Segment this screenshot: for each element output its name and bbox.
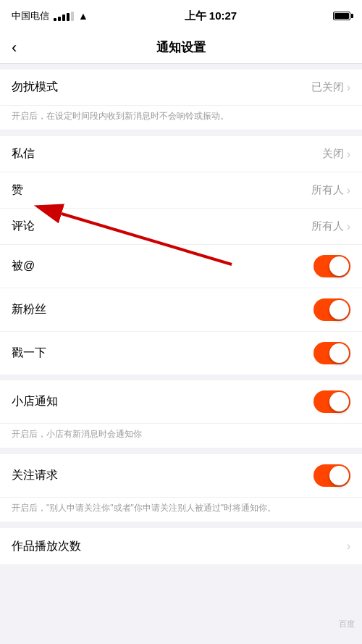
likes-chevron: › bbox=[347, 184, 350, 197]
row-comments[interactable]: 评论 所有人 › bbox=[0, 209, 362, 245]
new-fans-toggle[interactable] bbox=[313, 298, 350, 321]
at-mention-label: 被@ bbox=[12, 259, 35, 274]
row-new-fans: 新粉丝 bbox=[0, 288, 362, 332]
section-dnd: 勿扰模式 已关闭 › 开启后，在设定时间段内收到新消息时不会响铃或振动。 bbox=[0, 70, 362, 130]
shop-notice-toggle[interactable] bbox=[313, 390, 350, 413]
section-playcount: 作品播放次数 › bbox=[0, 528, 362, 564]
row-private-message[interactable]: 私信 关闭 › bbox=[0, 136, 362, 172]
new-fans-label: 新粉丝 bbox=[12, 302, 46, 317]
settings-content: 勿扰模式 已关闭 › 开启后，在设定时间段内收到新消息时不会响铃或振动。 私信 … bbox=[0, 64, 362, 564]
section-shop: 小店通知 开启后，小店有新消息时会通知你 bbox=[0, 380, 362, 448]
likes-value: 所有人 › bbox=[311, 183, 350, 197]
follow-hint: 开启后，"别人申请关注你"或者"你申请关注别人被通过"时将通知你。 bbox=[0, 498, 362, 522]
private-message-status: 关闭 bbox=[322, 147, 344, 161]
status-bar: 中国电信 ▲ 上午 10:27 bbox=[0, 0, 362, 32]
page-wrapper: 中国电信 ▲ 上午 10:27 ‹ 通知设置 勿扰模式 bbox=[0, 0, 362, 644]
challenge-label: 戳一下 bbox=[12, 346, 46, 361]
comments-label: 评论 bbox=[12, 219, 35, 234]
comments-value: 所有人 › bbox=[311, 219, 350, 233]
challenge-toggle[interactable] bbox=[313, 342, 350, 364]
dnd-chevron: › bbox=[347, 81, 350, 94]
shop-notice-label: 小店通知 bbox=[12, 394, 58, 409]
dnd-label: 勿扰模式 bbox=[12, 80, 58, 95]
play-count-chevron: › bbox=[347, 540, 350, 553]
signal-bar-2 bbox=[58, 17, 61, 21]
back-button[interactable]: ‹ bbox=[12, 38, 17, 57]
dnd-status: 已关闭 bbox=[311, 80, 344, 94]
row-at-mention: 被@ bbox=[0, 245, 362, 288]
shop-hint: 开启后，小店有新消息时会通知你 bbox=[0, 424, 362, 448]
signal-bar-1 bbox=[54, 18, 56, 21]
row-dnd-mode[interactable]: 勿扰模式 已关闭 › bbox=[0, 70, 362, 106]
private-message-value: 关闭 › bbox=[322, 147, 350, 161]
follow-request-toggle[interactable] bbox=[313, 464, 350, 487]
battery-icon bbox=[333, 12, 350, 20]
signal-bar-4 bbox=[67, 13, 70, 21]
signal-bar-3 bbox=[62, 14, 65, 21]
signal-bars bbox=[54, 12, 74, 21]
row-shop-notice: 小店通知 bbox=[0, 380, 362, 424]
dnd-hint: 开启后，在设定时间段内收到新消息时不会响铃或振动。 bbox=[0, 106, 362, 130]
likes-status: 所有人 bbox=[311, 183, 344, 197]
row-play-count[interactable]: 作品播放次数 › bbox=[0, 528, 362, 564]
likes-label: 赞 bbox=[12, 183, 23, 198]
dnd-value: 已关闭 › bbox=[311, 80, 350, 94]
play-count-label: 作品播放次数 bbox=[12, 539, 81, 554]
shop-notice-knob bbox=[329, 392, 349, 411]
watermark: 百度 bbox=[339, 619, 355, 630]
follow-request-knob bbox=[329, 466, 349, 485]
row-follow-request: 关注请求 bbox=[0, 454, 362, 498]
row-challenge: 戳一下 bbox=[0, 332, 362, 375]
page-title: 通知设置 bbox=[156, 39, 206, 56]
status-left: 中国电信 ▲ bbox=[12, 9, 88, 22]
status-time: 上午 10:27 bbox=[185, 9, 237, 23]
new-fans-knob bbox=[329, 300, 349, 319]
private-message-label: 私信 bbox=[12, 146, 35, 162]
private-message-chevron: › bbox=[347, 148, 350, 161]
nav-bar: ‹ 通知设置 bbox=[0, 32, 362, 64]
at-mention-knob bbox=[329, 256, 349, 276]
section-interactions: 私信 关闭 › 赞 所有人 › 评论 所有人 › bbox=[0, 136, 362, 375]
comments-status: 所有人 bbox=[311, 219, 344, 233]
comments-chevron: › bbox=[347, 220, 350, 233]
challenge-knob bbox=[329, 343, 349, 363]
play-count-value: › bbox=[347, 540, 350, 553]
signal-bar-5 bbox=[71, 12, 74, 21]
carrier-label: 中国电信 bbox=[12, 9, 49, 22]
section-follow: 关注请求 开启后，"别人申请关注你"或者"你申请关注别人被通过"时将通知你。 bbox=[0, 454, 362, 522]
wifi-icon: ▲ bbox=[78, 10, 88, 22]
at-mention-toggle[interactable] bbox=[313, 255, 350, 277]
follow-request-label: 关注请求 bbox=[12, 468, 58, 483]
battery-fill bbox=[334, 13, 349, 19]
status-right bbox=[333, 12, 350, 20]
row-likes[interactable]: 赞 所有人 › bbox=[0, 172, 362, 209]
